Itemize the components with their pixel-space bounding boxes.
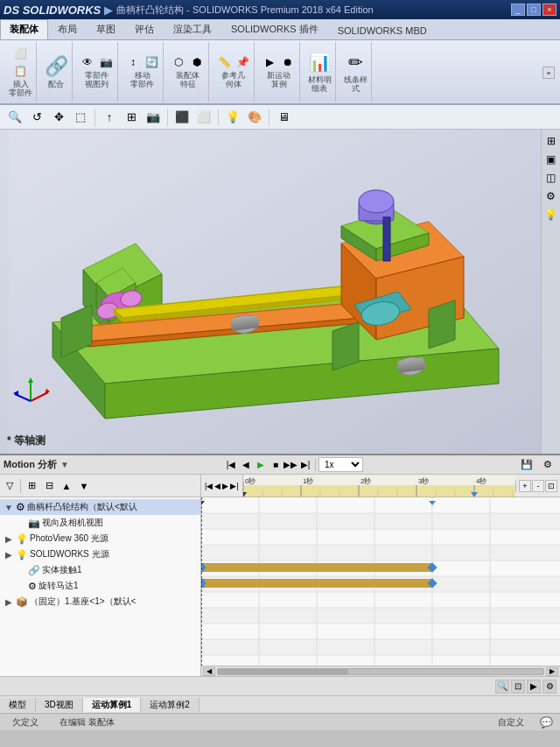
view-rotate-icon[interactable]: ↺: [27, 108, 46, 127]
speed-selector[interactable]: 1x 0.25x 0.5x 2x 4x: [318, 457, 363, 472]
photoview-expand-icon[interactable]: ▶: [4, 534, 14, 544]
view-section-icon[interactable]: ⊞: [122, 108, 141, 127]
view-wireframe-icon[interactable]: ⬜: [194, 108, 214, 127]
swlight-expand-icon[interactable]: ▶: [4, 550, 14, 560]
view-lights-icon[interactable]: 💡: [223, 108, 242, 127]
tree-motor-item[interactable]: ⚙ 旋转马达1: [0, 578, 200, 594]
show-hide-icon[interactable]: 👁: [80, 54, 95, 70]
view-color-icon[interactable]: 🎨: [245, 108, 264, 127]
tab-sw-mbd[interactable]: SOLIDWORKS MBD: [328, 22, 437, 39]
filter-down-icon[interactable]: ▼: [76, 478, 92, 494]
time-prev-frame-btn[interactable]: ◀: [214, 482, 220, 490]
motion-play-icon[interactable]: ▶: [262, 54, 277, 70]
insert-component-icon[interactable]: ⬜: [13, 46, 29, 61]
material-icon[interactable]: 📊: [307, 50, 332, 74]
view-pan-icon[interactable]: ✥: [49, 108, 68, 127]
stop-button[interactable]: ■: [269, 458, 283, 472]
mate-icon[interactable]: 🔗: [44, 54, 68, 79]
tree-contact-item[interactable]: 🔗 实体接触1: [0, 562, 200, 578]
filter-icon[interactable]: ▽: [2, 478, 18, 494]
view-arrow-icon[interactable]: ↑: [100, 108, 119, 127]
comp-view-icon[interactable]: 📷: [98, 54, 114, 70]
tl-zoom-out-btn[interactable]: -: [532, 480, 544, 492]
motion-bottom-icons: 🔍 ⊡ ▶ ⚙: [0, 676, 560, 695]
status-custom[interactable]: 自定义: [493, 716, 529, 729]
view-camera-icon[interactable]: 📷: [144, 108, 163, 127]
move-icon[interactable]: ↕: [125, 54, 141, 70]
scroll-right-button[interactable]: ▶: [546, 667, 558, 676]
collapse-all-icon[interactable]: ⊟: [41, 478, 57, 494]
tree-swlight-item[interactable]: ▶ 💡 SOLIDWORKS 光源: [0, 546, 200, 562]
time-goto-end-btn[interactable]: ▶|: [230, 482, 238, 490]
rp-icon-2[interactable]: ▣: [543, 152, 559, 167]
tl-zoom-in-btn[interactable]: +: [519, 480, 531, 492]
motion-icon-4[interactable]: ⚙: [542, 680, 556, 694]
insert-sub-icon[interactable]: 📋: [13, 63, 29, 79]
window-controls[interactable]: _ □ ×: [511, 4, 556, 16]
goto-end-button[interactable]: ▶|: [298, 458, 312, 472]
rewind-button[interactable]: ◀: [239, 458, 253, 472]
tl-fit-btn[interactable]: ⊡: [545, 480, 557, 492]
timeline-tracks[interactable]: [201, 497, 560, 666]
tree-photoview-item[interactable]: ▶ 💡 PhotoView 360 光源: [0, 531, 200, 546]
scroll-left-button[interactable]: ◀: [203, 667, 215, 676]
animation-options-button[interactable]: ⚙: [539, 458, 556, 472]
scrollbar-thumb[interactable]: [217, 668, 544, 675]
rp-icon-1[interactable]: ⊞: [543, 133, 559, 149]
motion-record-icon[interactable]: ⏺: [280, 54, 296, 70]
tree-base-item[interactable]: ▶ 📦 （固定）1.基座<1>（默认<: [0, 594, 200, 610]
tab-motion2[interactable]: 运动算例2: [141, 698, 200, 712]
view-zoom-box-icon[interactable]: ⬚: [71, 108, 90, 127]
expand-all-icon[interactable]: ⊞: [24, 478, 39, 494]
tab-3dview[interactable]: 3D视图: [36, 698, 83, 712]
camera-icon: 📷: [28, 518, 40, 529]
expand-arrow[interactable]: ▶: [104, 4, 113, 17]
ref-icon2[interactable]: 📌: [234, 54, 250, 70]
tab-model[interactable]: 模型: [0, 698, 36, 712]
time-next-frame-btn[interactable]: ▶: [222, 482, 228, 490]
goto-start-button[interactable]: |◀: [224, 458, 238, 472]
rp-icon-5[interactable]: 💡: [543, 207, 559, 222]
root-expand-icon[interactable]: ▼: [4, 503, 14, 512]
tab-motion1[interactable]: 运动算例1: [83, 698, 142, 712]
minimize-button[interactable]: _: [511, 4, 525, 16]
motion-icon-2[interactable]: ⊡: [511, 680, 525, 694]
tree-panel: ▽ ⊞ ⊟ ▲ ▼ ▼ ⚙ 曲柄杆凸轮结构（默认<默认 📷: [0, 475, 201, 676]
ribbon-expand-icon[interactable]: »: [542, 67, 555, 79]
close-button[interactable]: ×: [542, 4, 556, 16]
base-expand-icon[interactable]: ▶: [4, 597, 14, 607]
timeline-scrollbar[interactable]: ◀ ▶: [201, 666, 560, 676]
play-button[interactable]: ▶: [254, 458, 268, 472]
filter-up-icon[interactable]: ▲: [59, 478, 74, 494]
forward-button[interactable]: ▶▶: [284, 458, 298, 472]
motion-icon-1[interactable]: 🔍: [495, 680, 509, 694]
viewport[interactable]: * 等轴测 ⊞ ▣ ◫ ⚙ 💡: [0, 130, 560, 454]
tab-render[interactable]: 渲染工具: [164, 19, 221, 39]
line-style-icon[interactable]: ✏: [343, 50, 368, 74]
view-monitor-icon[interactable]: 🖥: [274, 108, 293, 127]
motion-icon-3[interactable]: ▶: [527, 680, 541, 694]
ref-icon1[interactable]: 📏: [216, 54, 232, 70]
tree-camera-item[interactable]: 📷 视向及相机视图: [0, 515, 200, 531]
tab-sw-plugins[interactable]: SOLIDWORKS 插件: [221, 19, 328, 39]
view-zoom-icon[interactable]: 🔍: [5, 108, 24, 127]
ribbon: 装配体 布局 草图 评估 渲染工具 SOLIDWORKS 插件 SOLIDWOR…: [0, 19, 560, 105]
asm-feat-icon1[interactable]: ⬡: [171, 54, 186, 70]
svg-text:0秒: 0秒: [245, 477, 256, 485]
asm-feat-icon2[interactable]: ⬢: [189, 54, 205, 70]
tab-layout[interactable]: 布局: [48, 19, 87, 39]
motion-panel-dropdown-icon[interactable]: ▼: [60, 460, 69, 469]
status-chat-icon[interactable]: 💬: [540, 716, 553, 729]
timeline-ruler[interactable]: 0秒 1秒 2秒 3秒 4秒 5秒: [243, 475, 515, 497]
rotate-icon[interactable]: 🔄: [144, 54, 159, 70]
rp-icon-4[interactable]: ⚙: [543, 188, 559, 204]
view-display-style-icon[interactable]: ⬛: [172, 108, 192, 127]
tab-sketch[interactable]: 草图: [87, 19, 125, 39]
maximize-button[interactable]: □: [527, 4, 541, 16]
save-animation-button[interactable]: 💾: [518, 458, 536, 472]
tree-root-item[interactable]: ▼ ⚙ 曲柄杆凸轮结构（默认<默认: [0, 499, 200, 515]
tab-evaluate[interactable]: 评估: [125, 19, 164, 39]
rp-icon-3[interactable]: ◫: [543, 170, 559, 186]
time-goto-start-btn[interactable]: |◀: [205, 482, 213, 490]
tab-assembly[interactable]: 装配体: [0, 19, 48, 39]
